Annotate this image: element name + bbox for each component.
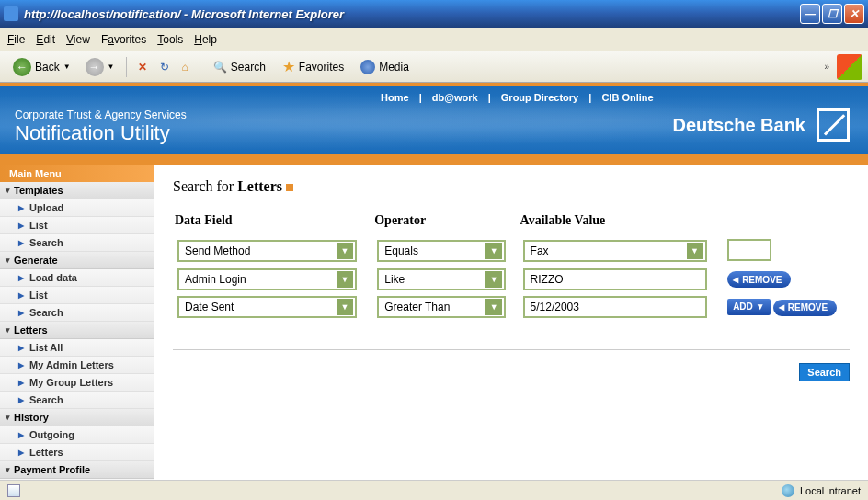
arrow-right-icon: ▶ bbox=[18, 204, 24, 212]
favorites-label: Favorites bbox=[299, 61, 344, 74]
chevron-down-icon: ▼ bbox=[108, 62, 115, 71]
zone-label: Local intranet bbox=[800, 485, 861, 496]
criteria-row: Date Sent▼Greater Than▼5/12/2003ADD▼ ◀RE… bbox=[175, 294, 848, 320]
overflow-button[interactable]: » bbox=[824, 62, 829, 72]
arrow-right-icon: ▶ bbox=[18, 344, 24, 352]
select-value: Admin Login bbox=[185, 273, 246, 286]
sidebar-item-list[interactable]: ▶List bbox=[0, 287, 154, 304]
minimize-button[interactable]: — bbox=[800, 4, 820, 24]
arrow-right-icon: ▶ bbox=[18, 291, 24, 300]
zone-icon bbox=[782, 484, 794, 497]
data-field-select[interactable]: Date Sent▼ bbox=[177, 296, 357, 318]
empty-field[interactable] bbox=[727, 239, 771, 261]
back-label: Back bbox=[35, 61, 60, 74]
sidebar-item-label: My Group Letters bbox=[29, 377, 113, 388]
value-input[interactable]: RIZZO bbox=[523, 268, 707, 290]
menu-edit[interactable]: Edit bbox=[36, 33, 55, 46]
deutsche-bank-logo-icon bbox=[817, 108, 850, 142]
media-button[interactable]: Media bbox=[353, 56, 417, 78]
select-value: Date Sent bbox=[185, 301, 234, 313]
sidebar-section-letters[interactable]: ▾Letters bbox=[0, 322, 154, 339]
triangle-left-icon: ◀ bbox=[779, 303, 784, 312]
sidebar-item-label: Upload bbox=[29, 202, 63, 213]
sidebar-item-search[interactable]: ▶Search bbox=[0, 234, 154, 252]
sidebar: Main Menu ▾Templates▶Upload▶List▶Search▾… bbox=[0, 165, 154, 480]
refresh-button[interactable]: ↻ bbox=[154, 56, 175, 78]
data-field-select[interactable]: Send Method▼ bbox=[177, 240, 357, 262]
forward-button[interactable]: → ▼ bbox=[80, 56, 120, 78]
caret-down-icon: ▾ bbox=[6, 465, 10, 474]
search-submit-button[interactable]: Search bbox=[799, 363, 850, 381]
toplink-home[interactable]: Home bbox=[381, 92, 409, 103]
arrow-right-icon: ▶ bbox=[18, 379, 24, 387]
arrow-right-icon: ▶ bbox=[18, 274, 24, 282]
menu-favorites[interactable]: Favorites bbox=[101, 33, 146, 46]
close-button[interactable]: ✕ bbox=[844, 4, 864, 24]
data-field-select[interactable]: Admin Login▼ bbox=[177, 268, 357, 290]
star-icon: ★ bbox=[282, 58, 295, 75]
col-operator: Operator bbox=[374, 213, 518, 235]
page-icon bbox=[7, 484, 20, 497]
sidebar-section-templates[interactable]: ▾Templates bbox=[0, 182, 154, 199]
select-value: Greater Than bbox=[384, 301, 450, 313]
menu-view[interactable]: View bbox=[66, 33, 90, 46]
menu-tools[interactable]: Tools bbox=[157, 33, 183, 46]
chevron-down-icon: ▼ bbox=[485, 299, 502, 315]
page-title: Search for Letters bbox=[173, 178, 850, 195]
add-button[interactable]: ADD▼ bbox=[727, 299, 771, 315]
sidebar-main-menu[interactable]: Main Menu bbox=[0, 165, 154, 182]
sidebar-item-search[interactable]: ▶Search bbox=[0, 304, 154, 322]
chevron-down-icon: ▼ bbox=[485, 271, 502, 288]
sidebar-item-upload[interactable]: ▶Upload bbox=[0, 199, 154, 217]
sidebar-section-label: History bbox=[14, 412, 49, 423]
remove-button[interactable]: ◀REMOVE bbox=[727, 271, 791, 288]
sidebar-item-search[interactable]: ▶Search bbox=[0, 392, 154, 409]
sidebar-section-payment-profile[interactable]: ▾Payment Profile bbox=[0, 461, 154, 479]
sidebar-item-label: Search bbox=[29, 394, 63, 405]
sidebar-item-label: List All bbox=[29, 342, 63, 353]
remove-button[interactable]: ◀REMOVE bbox=[773, 300, 837, 316]
sidebar-section-generate[interactable]: ▾Generate bbox=[0, 252, 154, 269]
operator-select[interactable]: Equals▼ bbox=[377, 240, 506, 262]
sidebar-item-label: Search bbox=[29, 237, 63, 248]
separator bbox=[200, 57, 200, 77]
sidebar-item-list[interactable]: ▶List bbox=[0, 217, 154, 234]
sidebar-section-history[interactable]: ▾History bbox=[0, 409, 154, 426]
operator-select[interactable]: Greater Than▼ bbox=[377, 296, 506, 318]
value-input[interactable]: 5/12/2003 bbox=[523, 296, 707, 318]
toplink-cib[interactable]: CIB Online bbox=[601, 92, 653, 103]
titlebar: http://localhost/notification/ - Microso… bbox=[0, 0, 868, 28]
search-button[interactable]: 🔍 Search bbox=[206, 56, 273, 78]
arrow-right-icon: ▶ bbox=[18, 431, 24, 439]
toplink-group[interactable]: Group Directory bbox=[501, 92, 578, 103]
triangle-left-icon: ◀ bbox=[733, 276, 738, 284]
home-button[interactable]: ⌂ bbox=[177, 56, 194, 78]
sidebar-item-load-data[interactable]: ▶Load data bbox=[0, 269, 154, 287]
toplink-dbwork[interactable]: db@work bbox=[432, 92, 478, 103]
value-select[interactable]: Fax▼ bbox=[523, 240, 707, 262]
sidebar-item-label: My Admin Letters bbox=[29, 359, 114, 370]
refresh-icon: ↻ bbox=[160, 61, 169, 74]
sidebar-item-letters[interactable]: ▶Letters bbox=[0, 444, 154, 461]
menu-file[interactable]: File bbox=[7, 33, 25, 46]
favorites-button[interactable]: ★ Favorites bbox=[275, 56, 351, 78]
search-label: Search bbox=[231, 61, 266, 74]
input-value: 5/12/2003 bbox=[531, 301, 579, 313]
sidebar-item-outgoing[interactable]: ▶Outgoing bbox=[0, 426, 154, 444]
menubar: File Edit View Favorites Tools Help bbox=[0, 28, 868, 51]
arrow-right-icon: ▶ bbox=[18, 222, 24, 230]
forward-icon: → bbox=[86, 58, 104, 76]
sidebar-item-my-group-letters[interactable]: ▶My Group Letters bbox=[0, 374, 154, 392]
stop-button[interactable]: ✕ bbox=[132, 56, 153, 78]
arrow-right-icon: ▶ bbox=[18, 309, 24, 317]
operator-select[interactable]: Like▼ bbox=[377, 268, 506, 290]
back-button[interactable]: ← Back ▼ bbox=[6, 56, 78, 78]
input-value: RIZZO bbox=[531, 273, 564, 286]
menu-help[interactable]: Help bbox=[194, 33, 217, 46]
arrow-right-icon: ▶ bbox=[18, 361, 24, 369]
sidebar-item-my-admin-letters[interactable]: ▶My Admin Letters bbox=[0, 357, 154, 374]
banner-subtitle: Corporate Trust & Agency Services bbox=[15, 108, 187, 121]
sidebar-item-list-all[interactable]: ▶List All bbox=[0, 339, 154, 357]
arrow-right-icon: ▶ bbox=[18, 449, 24, 457]
maximize-button[interactable]: ☐ bbox=[822, 4, 842, 24]
